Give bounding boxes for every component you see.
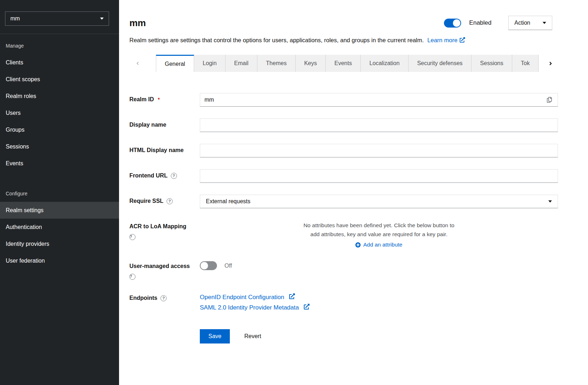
help-icon[interactable]: ? [129,234,135,240]
learn-more-link[interactable]: Learn more [428,37,465,43]
realm-description: Realm settings are settings that control… [129,36,552,45]
acr-loa-mapping-label: ACR to LoA Mapping [129,223,186,230]
tab-localization[interactable]: Localization [361,55,409,72]
realm-description-text: Realm settings are settings that control… [129,37,424,43]
angle-right-icon [548,61,553,66]
sidebar-item-events[interactable]: Events [0,155,119,172]
html-display-name-label: HTML Display name [129,147,184,153]
tab-themes[interactable]: Themes [257,55,296,72]
sidebar-item-sessions[interactable]: Sessions [0,138,119,155]
realm-id-row: Realm ID* [129,93,558,107]
display-name-label: Display name [129,122,166,128]
required-indicator: * [158,97,159,102]
tabbar: General Login Email Themes Keys Events L… [119,55,588,72]
sidebar-item-realm-settings[interactable]: Realm settings [0,202,119,219]
require-ssl-selected-value: External requests [206,198,251,205]
tab-email[interactable]: Email [226,55,257,72]
help-icon[interactable]: ? [167,198,173,204]
tab-events[interactable]: Events [326,55,361,72]
sidebar-item-clients[interactable]: Clients [0,54,119,71]
action-dropdown[interactable]: Action [508,16,552,30]
tabs-viewport: General Login Email Themes Keys Events L… [156,55,540,72]
caret-down-icon [100,18,104,20]
caret-down-icon [548,200,552,203]
acr-empty-state-text: No attributes have been defined yet. Cli… [302,221,456,239]
html-display-name-input[interactable] [200,144,558,157]
openid-endpoint-configuration-label: OpenID Endpoint Configuration [200,292,284,302]
add-attribute-label: Add an attribute [363,242,402,248]
form-actions-row: Save Revert [129,324,558,343]
tab-keys[interactable]: Keys [296,55,326,72]
tab-security-defenses[interactable]: Security defenses [409,55,471,72]
tab-sessions[interactable]: Sessions [471,55,512,72]
frontend-url-row: Frontend URL? [129,169,558,183]
enabled-label: Enabled [469,19,491,26]
help-icon[interactable]: ? [129,274,135,280]
frontend-url-input[interactable] [200,169,558,183]
general-settings-form: Realm ID* Display name [119,72,588,355]
tab-tokens[interactable]: Tok [512,55,539,72]
sidebar-item-groups[interactable]: Groups [0,121,119,138]
help-icon[interactable]: ? [171,173,177,179]
require-ssl-select[interactable]: External requests [200,195,558,208]
sidebar-item-realm-roles[interactable]: Realm roles [0,88,119,104]
revert-button[interactable]: Revert [244,333,261,340]
learn-more-label: Learn more [428,37,458,43]
save-button[interactable]: Save [200,329,230,343]
display-name-input[interactable] [200,118,558,132]
tabs-scroll-left-button[interactable] [119,55,156,72]
html-display-name-row: HTML Display name [129,144,558,157]
header-controls: Enabled Action [444,16,552,30]
copy-button[interactable] [541,93,558,106]
tab-general[interactable]: General [156,55,194,72]
nav-group-configure: Configure [0,172,119,202]
toggle-knob [201,262,208,269]
page-header: mm Enabled Action Realm settings are set… [119,0,588,45]
sidebar-item-user-federation[interactable]: User federation [0,252,119,269]
require-ssl-row: Require SSL? External requests [129,195,558,208]
user-managed-access-toggle[interactable] [200,261,217,270]
realm-id-label: Realm ID* [129,96,160,103]
sidebar-item-authentication[interactable]: Authentication [0,219,119,235]
caret-down-icon [543,22,546,24]
frontend-url-label: Frontend URL? [129,172,177,179]
sidebar-item-users[interactable]: Users [0,104,119,121]
external-link-icon [460,36,465,45]
sidebar: mm Manage Clients Client scopes Realm ro… [0,0,119,385]
display-name-row: Display name [129,118,558,132]
sidebar-item-client-scopes[interactable]: Client scopes [0,71,119,88]
sidebar-item-identity-providers[interactable]: Identity providers [0,235,119,252]
tabs-scroll-right-button[interactable] [540,55,561,72]
external-link-icon [289,292,295,302]
tab-login[interactable]: Login [194,55,226,72]
saml-identity-provider-metadata-label: SAML 2.0 Identity Provider Metadata [200,303,299,312]
user-managed-access-label: User-managed access [129,263,190,269]
plus-circle-icon [355,242,361,248]
realm-selector-label: mm [10,15,20,22]
external-link-icon [304,303,310,312]
app-window: mm Manage Clients Client scopes Realm ro… [0,0,588,385]
page-title: mm [129,18,146,29]
angle-left-icon [135,61,140,66]
acr-loa-mapping-row: ACR to LoA Mapping ? No attributes have … [129,220,558,248]
action-dropdown-label: Action [514,20,530,26]
help-icon[interactable]: ? [160,295,167,301]
saml-identity-provider-metadata-link[interactable]: SAML 2.0 Identity Provider Metadata [200,303,558,312]
user-managed-access-state: Off [224,263,232,269]
toggle-knob [453,19,460,27]
add-attribute-link[interactable]: Add an attribute [200,242,558,248]
nav-group-manage: Manage [0,34,119,54]
endpoints-row: Endpoints? OpenID Endpoint Configuration… [129,292,558,312]
realm-selector[interactable]: mm [5,11,109,26]
realm-enabled-toggle[interactable] [444,19,461,28]
main-content: mm Enabled Action Realm settings are set… [119,0,588,385]
copy-icon [547,97,552,103]
realm-id-input[interactable] [200,93,541,106]
openid-endpoint-configuration-link[interactable]: OpenID Endpoint Configuration [200,292,558,302]
sidebar-nav: Manage Clients Client scopes Realm roles… [0,34,119,269]
user-managed-access-row: User-managed access ? Off [129,260,558,280]
realm-id-input-group [200,93,558,107]
require-ssl-label: Require SSL? [129,198,173,204]
realm-selector-section: mm [0,0,119,34]
endpoints-label: Endpoints? [129,295,167,301]
